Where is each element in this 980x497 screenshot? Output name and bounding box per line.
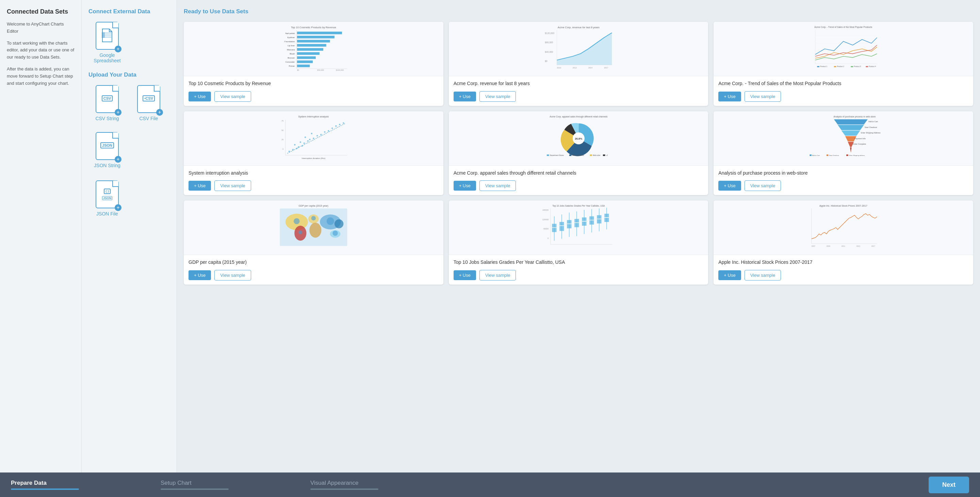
pie-chart-preview: Acme Corp. apparel sales through differe…	[452, 114, 706, 163]
use-button-9[interactable]: + Use	[718, 270, 741, 280]
svg-text:$0: $0	[297, 69, 299, 71]
use-button-6[interactable]: + Use	[718, 181, 741, 191]
svg-point-77	[335, 125, 337, 127]
dataset-name-2: Acme Corp. revenue for last 8 years	[453, 80, 704, 87]
svg-text:Bronzer: Bronzer	[288, 57, 295, 59]
svg-point-81	[300, 141, 301, 143]
dataset-card-9: Apple Inc. Historical Stock Prices 2007-…	[714, 201, 973, 285]
view-button-6[interactable]: View sample	[745, 180, 781, 191]
csv-file-option[interactable]: *CSV + CSV File	[130, 85, 167, 121]
icon-corner	[154, 86, 160, 92]
svg-text:2009: 2009	[827, 245, 830, 247]
use-button-7[interactable]: + Use	[189, 270, 211, 280]
dataset-info-1: Top 10 Cosmetic Products by Revenue + Us…	[184, 76, 443, 106]
svg-text:Concealer: Concealer	[285, 61, 295, 63]
json-string-label-tag: JSON	[100, 142, 114, 148]
google-spreadsheet-option[interactable]: + Google Spreadsheet	[89, 22, 126, 63]
dataset-info-6: Analysis of purchase process in web-stor…	[714, 166, 973, 195]
svg-text:Analysis of purchase process i: Analysis of purchase process in web-stor…	[834, 115, 876, 118]
svg-rect-51	[851, 66, 853, 67]
use-button-5[interactable]: + Use	[453, 181, 476, 191]
upload-icons-row: CSV + CSV String *CSV + CSV File	[89, 85, 170, 175]
view-button-8[interactable]: View sample	[479, 270, 516, 280]
sidebar-desc3: After the data is added, you can move fo…	[7, 66, 75, 87]
dataset-card-8: Top 10 Jobs Salaries Grades Per Year Cal…	[449, 201, 708, 285]
svg-text:System Interruption analysis: System Interruption analysis	[298, 115, 329, 118]
json-string-option[interactable]: JSON + JSON String	[89, 132, 126, 168]
dataset-info-5: Acme Corp. apparel sales through differe…	[449, 166, 708, 195]
dataset-name-1: Top 10 Cosmetic Products by Revenue	[189, 80, 439, 87]
use-button-3[interactable]: + Use	[718, 92, 741, 102]
view-button-4[interactable]: View sample	[215, 180, 251, 191]
svg-rect-88	[546, 154, 549, 156]
svg-text:$50,000: $50,000	[317, 69, 324, 71]
step2-progress-bar	[161, 489, 229, 490]
add-plus-circle: +	[115, 204, 121, 211]
dataset-card-1: Top 10 Cosmetic Products by Revenue Nail…	[184, 22, 443, 106]
datasets-section: Ready to Use Data Sets Top 10 Cosmetic P…	[177, 0, 980, 473]
json-file-label: JSON File	[96, 211, 118, 217]
svg-text:Primer: Primer	[289, 65, 295, 67]
svg-text:50: 50	[282, 129, 283, 131]
svg-text:2007: 2007	[811, 245, 815, 247]
sidebar-desc1: Welcome to AnyChart Charts Editor	[7, 21, 75, 35]
upload-heading: Upload Your Data	[89, 72, 170, 78]
svg-text:Product 3: Product 3	[854, 66, 861, 67]
view-button-9[interactable]: View sample	[745, 270, 781, 280]
use-button-4[interactable]: + Use	[189, 181, 211, 191]
svg-text:Add to Cart: Add to Cart	[869, 121, 878, 123]
dataset-actions-3: + Use View sample	[718, 91, 969, 102]
dataset-preview-8: Top 10 Jobs Salaries Grades Per Year Cal…	[449, 201, 708, 255]
dataset-preview-1: Top 10 Cosmetic Products by Revenue Nail…	[184, 22, 443, 76]
svg-rect-145	[574, 219, 579, 227]
svg-point-76	[331, 127, 333, 129]
dataset-actions-9: + Use View sample	[718, 270, 969, 280]
view-button-5[interactable]: View sample	[479, 180, 516, 191]
dataset-actions-5: + Use View sample	[453, 180, 704, 191]
next-button[interactable]: Next	[929, 476, 969, 493]
svg-point-126	[332, 231, 337, 236]
svg-text:Start Checkout: Start Checkout	[829, 155, 840, 156]
svg-point-67	[301, 145, 303, 147]
dataset-preview-9: Apple Inc. Historical Stock Prices 2007-…	[714, 201, 973, 255]
svg-rect-47	[817, 66, 820, 67]
svg-text:2013: 2013	[856, 245, 860, 247]
svg-rect-151	[589, 217, 594, 225]
svg-point-64	[292, 149, 294, 150]
dataset-card-5: Acme Corp. apparel sales through differe…	[449, 112, 708, 195]
svg-rect-136	[552, 224, 556, 232]
csv-string-option[interactable]: CSV + CSV String	[89, 85, 126, 121]
svg-text:$100,000: $100,000	[336, 69, 344, 71]
datasets-grid: Top 10 Cosmetic Products by Revenue Nail…	[184, 22, 973, 285]
use-button-8[interactable]: + Use	[453, 270, 476, 280]
view-button-7[interactable]: View sample	[215, 270, 251, 280]
icon-corner	[112, 181, 118, 187]
svg-rect-20	[297, 56, 316, 59]
icon-corner	[112, 86, 118, 92]
svg-text:75: 75	[282, 120, 283, 122]
svg-text:$40,000: $40,000	[545, 51, 553, 53]
view-button-1[interactable]: View sample	[215, 91, 251, 102]
json-file-option[interactable]: { } JSON + JSON File	[89, 180, 126, 217]
svg-rect-139	[559, 222, 564, 231]
connect-heading: Connect External Data	[89, 8, 170, 15]
stock-chart-preview: Apple Inc. Historical Stock Prices 2007-…	[716, 203, 970, 252]
svg-point-124	[327, 218, 334, 225]
view-button-2[interactable]: View sample	[479, 91, 516, 102]
dataset-name-7: GDP per capita (2015 year)	[189, 259, 439, 266]
use-button-2[interactable]: + Use	[453, 92, 476, 102]
svg-text:Mascara: Mascara	[287, 49, 295, 51]
step1-label: Prepare Data	[11, 479, 47, 486]
svg-text:Product 1: Product 1	[820, 66, 827, 67]
sidebar-desc2: To start working with the charts editor,…	[7, 40, 75, 61]
svg-point-63	[288, 150, 290, 152]
svg-text:Interruption duration (Hrs): Interruption duration (Hrs)	[302, 157, 325, 159]
dataset-preview-3: Acme Corp. - Trend of Sales of the Most …	[714, 22, 973, 76]
svg-text:Nail polish: Nail polish	[285, 32, 295, 34]
use-button-1[interactable]: + Use	[189, 92, 211, 102]
step-setup-chart: Setup Chart	[161, 479, 229, 490]
svg-text:0: 0	[282, 148, 283, 150]
svg-rect-157	[605, 214, 609, 222]
view-button-3[interactable]: View sample	[745, 91, 781, 102]
svg-rect-92	[590, 154, 592, 156]
